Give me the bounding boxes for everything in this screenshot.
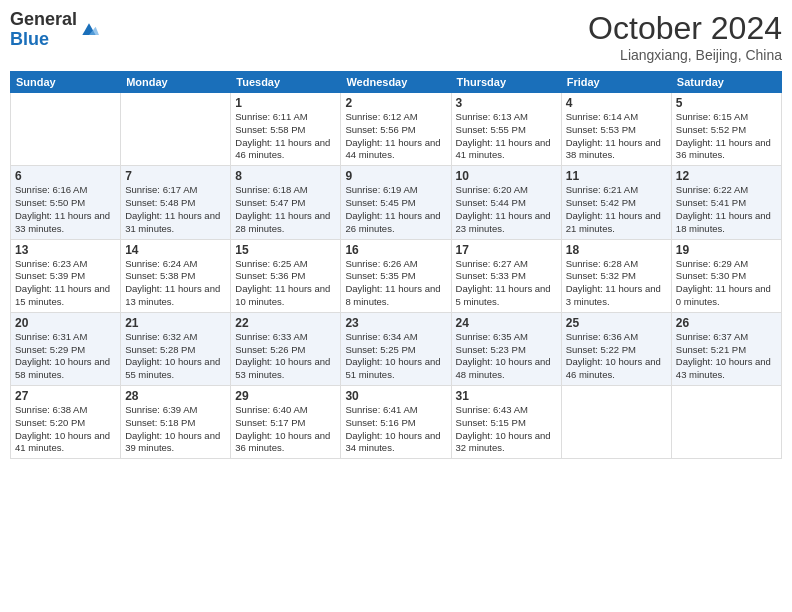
day-number: 31 (456, 389, 557, 403)
day-number: 18 (566, 243, 667, 257)
day-number: 23 (345, 316, 446, 330)
calendar-cell: 27Sunrise: 6:38 AM Sunset: 5:20 PM Dayli… (11, 386, 121, 459)
calendar-cell: 26Sunrise: 6:37 AM Sunset: 5:21 PM Dayli… (671, 312, 781, 385)
day-info: Sunrise: 6:40 AM Sunset: 5:17 PM Dayligh… (235, 404, 336, 455)
day-info: Sunrise: 6:13 AM Sunset: 5:55 PM Dayligh… (456, 111, 557, 162)
calendar-cell (671, 386, 781, 459)
header: General Blue October 2024 Liangxiang, Be… (10, 10, 782, 63)
day-info: Sunrise: 6:16 AM Sunset: 5:50 PM Dayligh… (15, 184, 116, 235)
day-number: 3 (456, 96, 557, 110)
day-info: Sunrise: 6:22 AM Sunset: 5:41 PM Dayligh… (676, 184, 777, 235)
day-info: Sunrise: 6:18 AM Sunset: 5:47 PM Dayligh… (235, 184, 336, 235)
calendar-table: SundayMondayTuesdayWednesdayThursdayFrid… (10, 71, 782, 459)
day-number: 15 (235, 243, 336, 257)
day-number: 6 (15, 169, 116, 183)
day-number: 25 (566, 316, 667, 330)
calendar-cell: 28Sunrise: 6:39 AM Sunset: 5:18 PM Dayli… (121, 386, 231, 459)
day-number: 21 (125, 316, 226, 330)
month-title: October 2024 (588, 10, 782, 47)
day-info: Sunrise: 6:23 AM Sunset: 5:39 PM Dayligh… (15, 258, 116, 309)
calendar-cell: 1Sunrise: 6:11 AM Sunset: 5:58 PM Daylig… (231, 93, 341, 166)
day-info: Sunrise: 6:11 AM Sunset: 5:58 PM Dayligh… (235, 111, 336, 162)
day-info: Sunrise: 6:37 AM Sunset: 5:21 PM Dayligh… (676, 331, 777, 382)
calendar-cell: 20Sunrise: 6:31 AM Sunset: 5:29 PM Dayli… (11, 312, 121, 385)
day-info: Sunrise: 6:36 AM Sunset: 5:22 PM Dayligh… (566, 331, 667, 382)
calendar-header-thursday: Thursday (451, 72, 561, 93)
day-info: Sunrise: 6:29 AM Sunset: 5:30 PM Dayligh… (676, 258, 777, 309)
day-number: 9 (345, 169, 446, 183)
page: General Blue October 2024 Liangxiang, Be… (0, 0, 792, 612)
day-info: Sunrise: 6:19 AM Sunset: 5:45 PM Dayligh… (345, 184, 446, 235)
calendar-cell: 23Sunrise: 6:34 AM Sunset: 5:25 PM Dayli… (341, 312, 451, 385)
day-info: Sunrise: 6:28 AM Sunset: 5:32 PM Dayligh… (566, 258, 667, 309)
calendar-cell: 10Sunrise: 6:20 AM Sunset: 5:44 PM Dayli… (451, 166, 561, 239)
day-number: 17 (456, 243, 557, 257)
day-info: Sunrise: 6:17 AM Sunset: 5:48 PM Dayligh… (125, 184, 226, 235)
calendar-cell: 7Sunrise: 6:17 AM Sunset: 5:48 PM Daylig… (121, 166, 231, 239)
calendar-week-3: 13Sunrise: 6:23 AM Sunset: 5:39 PM Dayli… (11, 239, 782, 312)
day-number: 2 (345, 96, 446, 110)
day-number: 14 (125, 243, 226, 257)
calendar-cell: 13Sunrise: 6:23 AM Sunset: 5:39 PM Dayli… (11, 239, 121, 312)
day-number: 10 (456, 169, 557, 183)
day-info: Sunrise: 6:33 AM Sunset: 5:26 PM Dayligh… (235, 331, 336, 382)
day-number: 19 (676, 243, 777, 257)
day-number: 28 (125, 389, 226, 403)
calendar-header-saturday: Saturday (671, 72, 781, 93)
day-number: 11 (566, 169, 667, 183)
calendar-week-2: 6Sunrise: 6:16 AM Sunset: 5:50 PM Daylig… (11, 166, 782, 239)
calendar-header-row: SundayMondayTuesdayWednesdayThursdayFrid… (11, 72, 782, 93)
calendar-header-tuesday: Tuesday (231, 72, 341, 93)
day-info: Sunrise: 6:26 AM Sunset: 5:35 PM Dayligh… (345, 258, 446, 309)
calendar-cell: 21Sunrise: 6:32 AM Sunset: 5:28 PM Dayli… (121, 312, 231, 385)
calendar-cell: 9Sunrise: 6:19 AM Sunset: 5:45 PM Daylig… (341, 166, 451, 239)
day-info: Sunrise: 6:24 AM Sunset: 5:38 PM Dayligh… (125, 258, 226, 309)
calendar-week-4: 20Sunrise: 6:31 AM Sunset: 5:29 PM Dayli… (11, 312, 782, 385)
day-number: 22 (235, 316, 336, 330)
day-info: Sunrise: 6:20 AM Sunset: 5:44 PM Dayligh… (456, 184, 557, 235)
day-number: 12 (676, 169, 777, 183)
day-number: 30 (345, 389, 446, 403)
calendar-header-monday: Monday (121, 72, 231, 93)
day-info: Sunrise: 6:43 AM Sunset: 5:15 PM Dayligh… (456, 404, 557, 455)
calendar-cell: 22Sunrise: 6:33 AM Sunset: 5:26 PM Dayli… (231, 312, 341, 385)
calendar-cell: 6Sunrise: 6:16 AM Sunset: 5:50 PM Daylig… (11, 166, 121, 239)
day-info: Sunrise: 6:21 AM Sunset: 5:42 PM Dayligh… (566, 184, 667, 235)
day-info: Sunrise: 6:32 AM Sunset: 5:28 PM Dayligh… (125, 331, 226, 382)
logo: General Blue (10, 10, 99, 50)
day-info: Sunrise: 6:35 AM Sunset: 5:23 PM Dayligh… (456, 331, 557, 382)
day-info: Sunrise: 6:15 AM Sunset: 5:52 PM Dayligh… (676, 111, 777, 162)
logo-general: General Blue (10, 10, 77, 50)
day-number: 24 (456, 316, 557, 330)
calendar-cell: 8Sunrise: 6:18 AM Sunset: 5:47 PM Daylig… (231, 166, 341, 239)
calendar-cell: 11Sunrise: 6:21 AM Sunset: 5:42 PM Dayli… (561, 166, 671, 239)
calendar-cell: 3Sunrise: 6:13 AM Sunset: 5:55 PM Daylig… (451, 93, 561, 166)
day-number: 8 (235, 169, 336, 183)
day-info: Sunrise: 6:31 AM Sunset: 5:29 PM Dayligh… (15, 331, 116, 382)
day-number: 29 (235, 389, 336, 403)
day-info: Sunrise: 6:41 AM Sunset: 5:16 PM Dayligh… (345, 404, 446, 455)
day-number: 13 (15, 243, 116, 257)
day-info: Sunrise: 6:34 AM Sunset: 5:25 PM Dayligh… (345, 331, 446, 382)
title-section: October 2024 Liangxiang, Beijing, China (588, 10, 782, 63)
calendar-cell: 31Sunrise: 6:43 AM Sunset: 5:15 PM Dayli… (451, 386, 561, 459)
day-info: Sunrise: 6:12 AM Sunset: 5:56 PM Dayligh… (345, 111, 446, 162)
calendar-cell: 14Sunrise: 6:24 AM Sunset: 5:38 PM Dayli… (121, 239, 231, 312)
day-number: 26 (676, 316, 777, 330)
calendar-cell: 4Sunrise: 6:14 AM Sunset: 5:53 PM Daylig… (561, 93, 671, 166)
calendar-cell: 24Sunrise: 6:35 AM Sunset: 5:23 PM Dayli… (451, 312, 561, 385)
logo-icon (79, 20, 99, 40)
calendar-cell: 5Sunrise: 6:15 AM Sunset: 5:52 PM Daylig… (671, 93, 781, 166)
calendar-header-wednesday: Wednesday (341, 72, 451, 93)
day-number: 4 (566, 96, 667, 110)
calendar-cell: 2Sunrise: 6:12 AM Sunset: 5:56 PM Daylig… (341, 93, 451, 166)
calendar-cell (121, 93, 231, 166)
calendar-cell: 17Sunrise: 6:27 AM Sunset: 5:33 PM Dayli… (451, 239, 561, 312)
day-info: Sunrise: 6:39 AM Sunset: 5:18 PM Dayligh… (125, 404, 226, 455)
day-info: Sunrise: 6:25 AM Sunset: 5:36 PM Dayligh… (235, 258, 336, 309)
calendar-week-1: 1Sunrise: 6:11 AM Sunset: 5:58 PM Daylig… (11, 93, 782, 166)
calendar-header-friday: Friday (561, 72, 671, 93)
day-number: 7 (125, 169, 226, 183)
day-info: Sunrise: 6:38 AM Sunset: 5:20 PM Dayligh… (15, 404, 116, 455)
calendar-header-sunday: Sunday (11, 72, 121, 93)
